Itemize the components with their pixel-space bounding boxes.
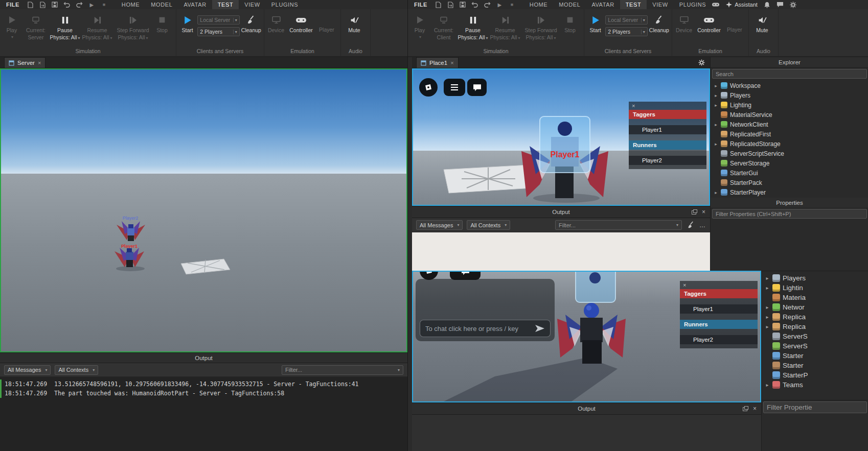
menu-plugins[interactable]: PLUGINS	[674, 0, 712, 9]
expand-chevron-icon[interactable]: ▸	[765, 382, 770, 388]
close-icon[interactable]: ×	[702, 209, 705, 215]
step-forward-physics-button[interactable]: Step Forward Physics: All▾	[521, 12, 560, 48]
undock-icon[interactable]	[743, 406, 748, 411]
play-button[interactable]: Play ▾	[409, 12, 430, 48]
clear-output-broom-icon[interactable]	[686, 221, 695, 230]
file-menu[interactable]: FILE	[408, 2, 432, 8]
game-viewport-server[interactable]: Player2 Player1	[0, 68, 407, 352]
mute-button[interactable]: Mute	[342, 12, 367, 48]
device-button[interactable]: Device	[265, 12, 287, 48]
explorer-item-replicatedfirst[interactable]: ▸ReplicatedFirst	[711, 129, 868, 139]
output-filter-field[interactable]	[285, 367, 397, 373]
explorer-item-serverstorage[interactable]: ▸ServerS	[762, 341, 868, 351]
explorer-item-serverscriptservice[interactable]: ▸ServerS	[762, 331, 868, 341]
gamepad-icon[interactable]	[712, 2, 720, 8]
controller-button[interactable]: Controller	[287, 12, 315, 48]
explorer-item-replicatedstorage[interactable]: ▸ReplicatedStorage	[711, 139, 868, 149]
controller-button[interactable]: Controller	[695, 12, 723, 48]
undo-icon[interactable]	[63, 1, 71, 9]
server-type-dropdown[interactable]: Local Server ▾	[197, 15, 239, 25]
output-filter-input[interactable]: ▾	[555, 220, 682, 230]
properties-filter-field[interactable]	[767, 403, 863, 411]
viewport-settings-gear-icon[interactable]	[698, 59, 705, 66]
explorer-item-startergui[interactable]: ▸StarterGui	[711, 168, 868, 178]
menu-plugins[interactable]: PLUGINS	[266, 0, 304, 9]
explorer-item-networkclient[interactable]: ▸NetworkClient	[711, 120, 868, 129]
expand-chevron-icon[interactable]: ▸	[714, 103, 718, 108]
new-place-icon[interactable]	[435, 1, 442, 9]
menu-view[interactable]: VIEW	[647, 0, 674, 9]
redo-icon[interactable]	[484, 1, 491, 9]
undo-icon[interactable]	[471, 1, 479, 9]
settings-gear-icon[interactable]	[790, 2, 796, 8]
menu-avatar[interactable]: AVATAR	[178, 0, 212, 9]
tab-place1[interactable]: Place1 ×	[416, 57, 459, 68]
save-icon[interactable]	[459, 1, 467, 9]
explorer-search-input[interactable]	[712, 69, 867, 79]
cleanup-button[interactable]: Cleanup	[240, 12, 263, 48]
messages-filter-dropdown[interactable]: All Messages ▾	[4, 365, 51, 375]
explorer-item-replicatedfirst[interactable]: ▸Replica	[762, 312, 868, 322]
save-icon[interactable]	[51, 1, 59, 9]
menu-test[interactable]: TEST	[620, 0, 647, 9]
explorer-item-replicatedstorage[interactable]: ▸Replica	[762, 322, 868, 331]
stop-button[interactable]: Stop	[152, 12, 172, 48]
output-filter-input[interactable]: ▾	[282, 365, 403, 375]
device-button[interactable]: Device	[673, 12, 695, 48]
properties-filter-input[interactable]	[763, 401, 867, 413]
pause-physics-button[interactable]: Pause Physics: All▾	[457, 12, 489, 48]
explorer-item-networkclient[interactable]: ▸Networ	[762, 302, 868, 312]
menu-test[interactable]: TEST	[212, 0, 239, 9]
explorer-item-teams[interactable]: ▸Teams	[762, 380, 868, 390]
start-button[interactable]: Start	[177, 12, 197, 48]
resume-physics-button[interactable]: Resume Physics: All▾	[81, 12, 113, 48]
menu-model[interactable]: MODEL	[553, 0, 586, 9]
explorer-search-field[interactable]	[716, 71, 863, 77]
new-place-icon[interactable]	[27, 1, 34, 9]
explorer-item-starterpack[interactable]: ▸Starter	[762, 361, 868, 370]
close-icon[interactable]: ×	[753, 406, 757, 412]
play-icon[interactable]: ▶	[88, 1, 96, 9]
expand-chevron-icon[interactable]: ▸	[714, 83, 718, 88]
contexts-filter-dropdown[interactable]: All Contexts ▾	[55, 365, 98, 375]
explorer-item-starterpack[interactable]: ▸StarterPack	[711, 178, 868, 187]
expand-chevron-icon[interactable]: ▸	[765, 275, 770, 281]
close-icon[interactable]: ×	[632, 103, 635, 109]
expand-chevron-icon[interactable]: ▸	[714, 141, 718, 147]
server-type-dropdown[interactable]: Local Server ▾	[605, 15, 647, 25]
expand-chevron-icon[interactable]: ▸	[765, 314, 770, 320]
expand-chevron-icon[interactable]: ▸	[714, 190, 718, 195]
close-icon[interactable]: ×	[683, 282, 686, 288]
player-count-dropdown[interactable]: 2 Players ▾	[605, 27, 647, 36]
explorer-item-materialservice[interactable]: ▸Materia	[762, 293, 868, 302]
undock-icon[interactable]	[692, 209, 697, 215]
output-filter-field[interactable]	[559, 222, 675, 228]
cleanup-button[interactable]: Cleanup	[648, 12, 671, 48]
explorer-item-serverscriptservice[interactable]: ▸ServerScriptService	[711, 149, 868, 158]
explorer-item-lighting[interactable]: ▸Lighting	[711, 100, 868, 110]
expand-chevron-icon[interactable]: ▸	[714, 93, 718, 98]
explorer-item-lighting[interactable]: ▸Lightin	[762, 283, 868, 293]
contexts-filter-dropdown[interactable]: All Contexts ▾	[467, 220, 510, 230]
tab-close-icon[interactable]: ×	[450, 60, 453, 66]
stop-icon[interactable]: ■	[100, 1, 108, 9]
more-options-icon[interactable]: …	[699, 222, 706, 229]
messages-filter-dropdown[interactable]: All Messages ▾	[416, 220, 463, 230]
tab-server[interactable]: Server ×	[4, 57, 45, 68]
stop-button[interactable]: Stop	[560, 12, 580, 48]
open-icon[interactable]	[447, 1, 454, 9]
send-icon[interactable]	[535, 324, 545, 333]
player-emulation-button[interactable]: Player	[315, 12, 338, 48]
assistant-button[interactable]: Assistant	[726, 2, 758, 8]
explorer-item-starterplayer[interactable]: ▸StarterP	[762, 370, 868, 380]
step-forward-physics-button[interactable]: Step Forward Physics: All▾	[113, 12, 152, 48]
start-button[interactable]: Start	[585, 12, 605, 48]
game-viewport-client2[interactable]: To chat click here or press / key × Tagg…	[412, 271, 761, 402]
explorer-item-serverstorage[interactable]: ▸ServerStorage	[711, 158, 868, 168]
player-emulation-button[interactable]: Player	[723, 12, 746, 48]
redo-icon[interactable]	[76, 1, 83, 9]
play-button[interactable]: Play ▾	[1, 12, 22, 48]
explorer-item-materialservice[interactable]: ▸MaterialService	[711, 110, 868, 120]
explorer-item-starterplayer[interactable]: ▸StarterPlayer	[711, 187, 868, 197]
notifications-bell-icon[interactable]	[764, 2, 770, 8]
